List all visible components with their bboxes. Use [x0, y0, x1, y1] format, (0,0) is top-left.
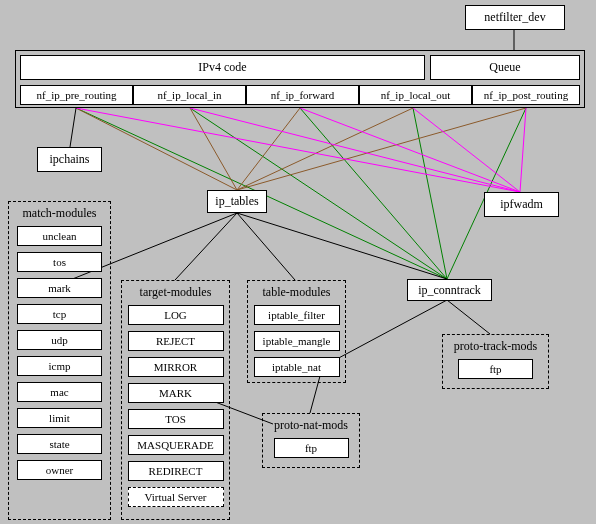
svg-line-21 — [447, 300, 490, 334]
proto-nat-mods-container: proto-nat-mods ftp — [262, 413, 360, 468]
svg-line-14 — [520, 108, 526, 192]
match-modules-header: match-modules — [13, 204, 106, 223]
hook-post-routing: nf_ip_post_routing — [472, 85, 580, 105]
match-modules-container: match-modules unclean tos mark tcp udp i… — [8, 201, 111, 520]
hook-post-routing-label: nf_ip_post_routing — [484, 89, 568, 101]
match-mark: mark — [17, 278, 102, 298]
svg-line-10 — [76, 108, 520, 192]
ip-conntrack-box: ip_conntrack — [407, 279, 492, 301]
proto-track-mods-container: proto-track-mods ftp — [442, 334, 549, 389]
match-tos: tos — [17, 252, 102, 272]
hook-pre-routing: nf_ip_pre_routing — [20, 85, 133, 105]
hook-local-out: nf_ip_local_out — [359, 85, 472, 105]
netfilter-dev-label: netfilter_dev — [484, 10, 545, 25]
netfilter-dev-box: netfilter_dev — [465, 5, 565, 30]
target-masquerade: MASQUERADE — [128, 435, 224, 455]
proto-nat-ftp: ftp — [274, 438, 349, 458]
match-udp: udp — [17, 330, 102, 350]
queue-box: Queue — [430, 55, 580, 80]
table-modules-container: table-modules iptable_filter iptable_man… — [247, 280, 346, 383]
target-modules-container: target-modules LOG REJECT MIRROR MARK TO… — [121, 280, 230, 520]
svg-line-15 — [70, 108, 76, 147]
svg-line-12 — [300, 108, 520, 192]
target-mirror: MIRROR — [128, 357, 224, 377]
hook-local-out-label: nf_ip_local_out — [381, 89, 451, 101]
svg-line-3 — [413, 108, 447, 279]
ip-conntrack-label: ip_conntrack — [418, 283, 481, 298]
match-state: state — [17, 434, 102, 454]
proto-nat-mods-header: proto-nat-mods — [267, 416, 355, 435]
ipfwadm-box: ipfwadm — [484, 192, 559, 217]
hook-pre-routing-label: nf_ip_pre_routing — [36, 89, 116, 101]
match-mac: mac — [17, 382, 102, 402]
match-owner: owner — [17, 460, 102, 480]
svg-line-19 — [237, 213, 295, 280]
svg-line-11 — [190, 108, 520, 192]
ipchains-label: ipchains — [50, 152, 90, 167]
hook-forward: nf_ip_forward — [246, 85, 359, 105]
svg-line-2 — [300, 108, 447, 279]
queue-label: Queue — [489, 60, 520, 75]
ipv4-code-label: IPv4 code — [198, 60, 246, 75]
table-iptable-filter: iptable_filter — [254, 305, 340, 325]
target-mark: MARK — [128, 383, 224, 403]
hook-local-in: nf_ip_local_in — [133, 85, 246, 105]
match-unclean: unclean — [17, 226, 102, 246]
svg-line-13 — [413, 108, 520, 192]
target-redirect: REDIRECT — [128, 461, 224, 481]
table-modules-header: table-modules — [252, 283, 341, 302]
ipchains-box: ipchains — [37, 147, 102, 172]
proto-track-mods-header: proto-track-mods — [447, 337, 544, 356]
ip-tables-label: ip_tables — [215, 194, 258, 209]
hook-forward-label: nf_ip_forward — [271, 89, 335, 101]
table-iptable-nat: iptable_nat — [254, 357, 340, 377]
target-virtual-server: Virtual Server — [128, 487, 224, 507]
svg-line-20 — [237, 213, 447, 279]
svg-line-7 — [237, 108, 300, 190]
ipfwadm-label: ipfwadm — [500, 197, 543, 212]
target-reject: REJECT — [128, 331, 224, 351]
target-modules-header: target-modules — [126, 283, 225, 302]
match-icmp: icmp — [17, 356, 102, 376]
match-limit: limit — [17, 408, 102, 428]
proto-track-ftp: ftp — [458, 359, 533, 379]
hook-local-in-label: nf_ip_local_in — [157, 89, 221, 101]
svg-line-8 — [237, 108, 413, 190]
table-iptable-mangle: iptable_mangle — [254, 331, 340, 351]
match-tcp: tcp — [17, 304, 102, 324]
target-tos: TOS — [128, 409, 224, 429]
svg-line-6 — [190, 108, 237, 190]
svg-line-9 — [237, 108, 526, 190]
svg-line-18 — [175, 213, 237, 280]
ip-tables-box: ip_tables — [207, 190, 267, 213]
target-log: LOG — [128, 305, 224, 325]
ipv4-code-box: IPv4 code — [20, 55, 425, 80]
